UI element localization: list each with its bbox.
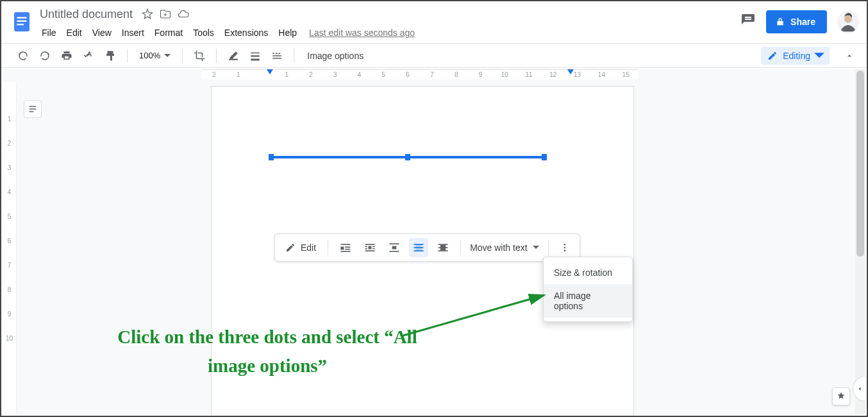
svg-rect-28 [440,245,446,250]
workspace: 21123456789101112131415 12345678910 Edit [3,69,865,414]
svg-rect-15 [372,246,374,248]
share-label: Share [790,17,815,27]
svg-rect-13 [365,246,367,248]
ruler-tick: 1 [3,106,16,131]
move-to-folder-icon[interactable] [160,8,171,20]
separator [548,240,549,255]
border-color-button[interactable] [224,47,242,65]
ruler-tick: 11 [517,71,541,78]
svg-rect-10 [341,251,351,252]
svg-rect-23 [414,247,424,248]
vertical-scrollbar[interactable] [855,69,865,414]
svg-rect-27 [438,250,448,251]
ruler-tick: 2 [299,71,323,78]
svg-rect-12 [369,246,372,250]
ruler-tick: 1 [226,71,251,78]
ruler-tick: 4 [3,180,16,204]
svg-rect-22 [414,244,424,245]
image-options-label[interactable]: Image options [302,51,363,61]
document-title[interactable]: Untitled document [37,6,135,22]
ruler-tick: 8 [3,277,16,302]
menu-tools[interactable]: Tools [188,26,219,39]
svg-rect-16 [372,248,374,250]
toolbar: 100% Image options Editing [1,44,867,68]
print-button[interactable] [58,47,76,65]
crop-button[interactable] [190,47,208,65]
more-options-button[interactable] [556,238,573,257]
vertical-ruler[interactable]: 12345678910 [3,82,17,414]
behind-text-button[interactable] [409,238,428,257]
svg-rect-1 [17,17,27,19]
star-icon[interactable] [142,8,153,20]
ruler-tick: 10 [3,326,16,350]
svg-rect-25 [438,244,448,245]
separator [216,49,217,63]
ruler-tick: 5 [371,71,396,78]
comment-history-icon[interactable] [740,13,756,31]
ruler-tick: 12 [541,71,565,78]
front-text-button[interactable] [433,238,453,257]
separator [328,240,328,255]
move-with-text-select[interactable]: Move with text [469,240,540,255]
menu-insert[interactable]: Insert [117,26,149,39]
right-indent-marker[interactable] [567,69,574,74]
docs-logo[interactable] [9,5,35,38]
svg-point-31 [563,250,565,251]
share-button[interactable]: Share [766,10,827,33]
ruler-tick: 5 [3,204,16,228]
outline-button[interactable] [24,100,42,118]
resize-handle[interactable] [405,155,410,160]
svg-rect-6 [341,244,351,245]
ruler-tick: 9 [3,302,16,326]
ruler-tick: 7 [3,253,16,277]
break-text-button[interactable] [385,238,404,257]
ruler-tick: 6 [396,71,420,78]
side-panel-toggle[interactable] [853,376,865,402]
account-avatar[interactable] [837,11,859,33]
border-weight-button[interactable] [246,47,264,65]
selected-image[interactable] [271,156,545,158]
editing-mode-button[interactable]: Editing [761,47,830,65]
svg-rect-20 [390,251,399,252]
svg-rect-8 [345,246,350,248]
svg-point-5 [844,15,852,23]
menu-help[interactable]: Help [274,26,301,39]
edit-image-button[interactable]: Edit [281,240,320,255]
menu-file[interactable]: File [37,26,61,39]
resize-handle[interactable] [269,155,274,160]
last-edit-link[interactable]: Last edit was seconds ago [303,26,421,39]
menu-size-rotation[interactable]: Size & rotation [544,261,632,284]
border-dash-button[interactable] [268,47,286,65]
svg-point-30 [563,247,565,249]
menu-edit[interactable]: Edit [62,26,87,39]
scrollbar-thumb[interactable] [856,71,864,257]
ruler-tick [3,82,16,106]
menu-extensions[interactable]: Extensions [220,26,272,39]
mode-label: Editing [783,51,810,61]
spellcheck-button[interactable] [79,47,97,65]
menu-format[interactable]: Format [150,26,187,39]
menu-view[interactable]: View [88,26,116,39]
wrap-text-button[interactable] [360,238,380,257]
cloud-status-icon[interactable] [178,8,189,20]
redo-button[interactable] [36,47,54,65]
svg-rect-24 [414,250,424,251]
separator [127,49,128,63]
menu-all-image-options[interactable]: All image options [544,284,632,318]
zoom-select[interactable]: 100% [135,49,174,62]
svg-rect-17 [365,250,375,251]
ruler-tick: 2 [3,131,16,155]
resize-handle[interactable] [542,155,547,160]
undo-button[interactable] [14,47,32,65]
wrap-inline-button[interactable] [336,238,355,257]
paint-format-button[interactable] [101,47,119,65]
image-context-toolbar: Edit Move with text [274,234,580,262]
ruler-tick: 4 [347,71,372,78]
ruler-tick: 7 [420,71,444,78]
svg-rect-11 [365,244,375,245]
explore-button[interactable] [832,387,850,405]
separator [182,49,183,63]
ruler-tick: 8 [444,71,469,78]
collapse-toolbar-button[interactable] [840,46,859,65]
left-indent-marker[interactable] [267,69,273,74]
